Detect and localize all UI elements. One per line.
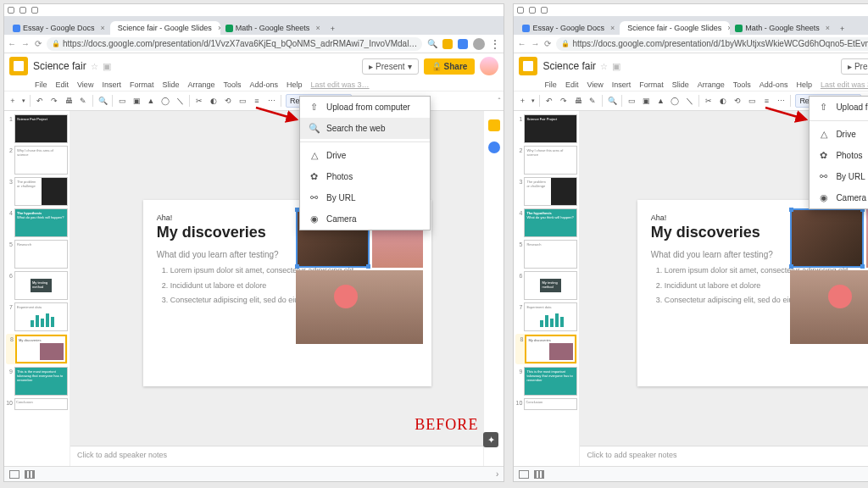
extension-icon[interactable]	[442, 39, 453, 49]
mask-button[interactable]: ◐	[718, 96, 728, 106]
textbox-tool[interactable]: ▣	[641, 96, 651, 106]
tasks-icon[interactable]	[488, 141, 500, 153]
border-color-button[interactable]: ▭	[747, 96, 757, 106]
reload-button[interactable]: ⟳	[35, 39, 42, 48]
tab-slides[interactable]: Science fair - Google Slides×	[620, 21, 730, 35]
thumb-8[interactable]: My discoveries	[15, 335, 67, 363]
undo-button[interactable]: ↶	[544, 96, 554, 106]
thumb-6[interactable]: My testing method	[524, 271, 577, 300]
last-edit-link[interactable]: Last edit was 3…	[311, 80, 370, 89]
thumb-7[interactable]: Experiment data	[14, 302, 68, 331]
shape-tool[interactable]: ◯	[670, 96, 680, 106]
slide-canvas[interactable]: Aha! My discoveries What did you learn a…	[637, 200, 868, 386]
speaker-notes[interactable]: Click to add speaker notes	[580, 446, 868, 466]
thumb-4[interactable]: The hypothesisWhat do you think will hap…	[14, 208, 68, 237]
menu-help[interactable]: Help	[287, 80, 303, 89]
browser-menu-icon[interactable]: ⋮	[490, 40, 500, 48]
border-color-button[interactable]: ▭	[237, 96, 248, 106]
paint-format-button[interactable]: ✎	[587, 96, 598, 106]
close-icon[interactable]	[31, 7, 38, 14]
search-icon[interactable]: 🔍	[427, 39, 437, 48]
address-bar[interactable]: 🔒https://docs.google.com/presentation/d/…	[47, 37, 422, 51]
menu-drive[interactable]: △Drive	[300, 145, 430, 166]
thumb-10[interactable]: Conclusion	[14, 398, 68, 410]
textbox-tool[interactable]: ▣	[131, 96, 142, 106]
slides-logo-icon[interactable]	[519, 57, 537, 75]
menu-view[interactable]: View	[77, 80, 93, 89]
menu-tools[interactable]: Tools	[223, 80, 241, 89]
menu-upload[interactable]: ⇧Upload from computer	[300, 97, 430, 118]
thumb-3[interactable]: The problem or challenge	[524, 177, 577, 206]
menu-photos[interactable]: ✿Photos	[810, 145, 868, 166]
menu-addons[interactable]: Add-ons	[760, 80, 788, 89]
slide-image[interactable]	[296, 270, 423, 344]
reset-button[interactable]: ⟲	[732, 96, 743, 106]
back-button[interactable]: ←	[8, 39, 16, 48]
close-tab-icon[interactable]: ×	[101, 24, 105, 32]
extension-icon[interactable]	[458, 39, 468, 49]
image-tool[interactable]: ▲	[655, 96, 665, 106]
thumb-2[interactable]: Why I chose this area of science	[14, 146, 68, 175]
thumb-5[interactable]: Research	[524, 240, 577, 269]
select-tool[interactable]: ▭	[117, 96, 127, 106]
tab-slides[interactable]: Science fair - Google Slides×	[110, 21, 220, 35]
forward-button[interactable]: →	[531, 39, 539, 48]
folder-icon[interactable]: ▣	[103, 61, 111, 72]
zoom-button[interactable]: 🔍	[607, 96, 617, 106]
menu-slide[interactable]: Slide	[162, 80, 179, 89]
slides-logo-icon[interactable]	[9, 57, 28, 75]
minimize-icon[interactable]	[8, 7, 14, 14]
thumb-9[interactable]: This is the most important takeaway that…	[14, 367, 68, 396]
menu-arrange[interactable]: Arrange	[187, 80, 214, 89]
crop-button[interactable]: ✂	[194, 96, 204, 106]
shape-tool[interactable]: ◯	[160, 96, 170, 106]
print-button[interactable]: 🖶	[64, 96, 74, 106]
menu-camera[interactable]: ◉Camera	[300, 208, 430, 230]
browser-avatar[interactable]	[473, 38, 485, 50]
menu-help[interactable]: Help	[796, 80, 812, 89]
paint-format-button[interactable]: ✎	[78, 96, 88, 106]
thumb-6[interactable]: My testing method	[14, 271, 68, 300]
tab-docs[interactable]: Essay - Google Docs×	[517, 21, 620, 35]
menu-view[interactable]: View	[587, 80, 603, 89]
thumb-1[interactable]: Science Fair Project	[524, 114, 577, 143]
menu-arrange[interactable]: Arrange	[698, 80, 725, 89]
expand-icon[interactable]: ›	[496, 469, 498, 479]
menu-by-url[interactable]: ⚯By URL	[810, 166, 868, 187]
menu-photos[interactable]: ✿Photos	[300, 166, 430, 187]
menu-file[interactable]: File	[544, 80, 557, 89]
mask-button[interactable]: ◐	[209, 96, 219, 106]
zoom-button[interactable]: 🔍	[97, 96, 108, 106]
minimize-icon[interactable]	[517, 7, 524, 14]
document-title[interactable]: Science fair	[33, 60, 86, 72]
menu-slide[interactable]: Slide	[672, 80, 689, 89]
document-title[interactable]: Science fair	[542, 60, 596, 72]
menu-format[interactable]: Format	[130, 80, 154, 89]
thumb-1[interactable]: Science Fair Project	[14, 114, 68, 143]
menu-camera[interactable]: ◉Camera	[810, 187, 868, 208]
last-edit-link[interactable]: Last edit was 3…	[821, 80, 868, 89]
menu-file[interactable]: File	[35, 80, 47, 89]
explore-button[interactable]: ✦	[483, 432, 498, 447]
folder-icon[interactable]: ▣	[612, 61, 620, 72]
redo-button[interactable]: ↷	[49, 96, 59, 106]
new-slide-button[interactable]: +	[517, 96, 527, 106]
menu-insert[interactable]: Insert	[102, 80, 121, 89]
filmstrip-view-icon[interactable]	[519, 470, 529, 479]
undo-button[interactable]: ↶	[35, 96, 45, 106]
selected-image[interactable]	[790, 208, 864, 268]
thumb-9[interactable]: This is the most important takeaway that…	[524, 367, 577, 396]
thumb-8[interactable]: My discoveries	[525, 335, 576, 363]
line-tool[interactable]: ＼	[684, 96, 694, 106]
select-tool[interactable]: ▭	[626, 96, 637, 106]
new-slide-button[interactable]: +	[8, 96, 18, 106]
close-icon[interactable]	[541, 7, 548, 14]
slide-thumbnails[interactable]: 1Science Fair Project 2Why I chose this …	[4, 111, 70, 466]
thumb-5[interactable]: Research	[14, 240, 68, 269]
slide-images[interactable]	[790, 208, 868, 344]
keep-icon[interactable]	[488, 119, 500, 131]
present-button[interactable]: ▸ Present ▾	[841, 58, 868, 75]
maximize-icon[interactable]	[19, 7, 26, 14]
address-bar[interactable]: 🔒https://docs.google.com/presentation/d/…	[556, 37, 868, 51]
print-button[interactable]: 🖶	[573, 96, 583, 106]
